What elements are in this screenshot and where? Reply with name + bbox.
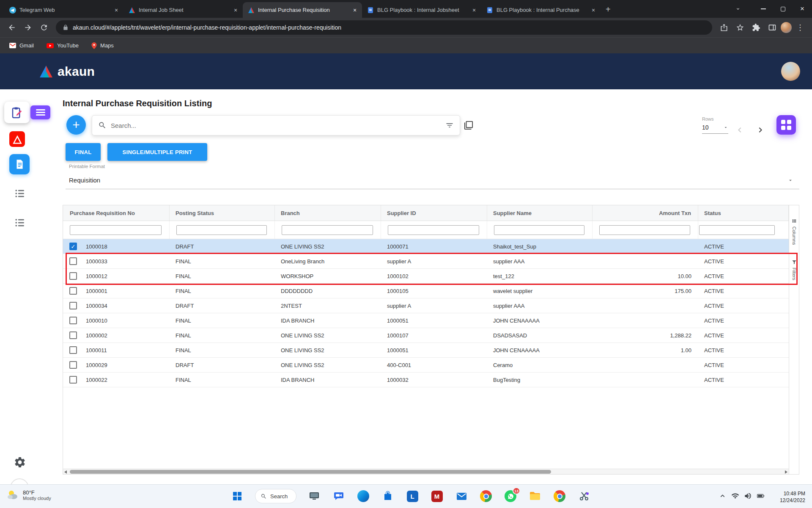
row-checkbox[interactable] [69,243,77,250]
columns-panel-toggle[interactable]: Columns [791,218,797,245]
filter-input-status[interactable] [699,225,775,235]
final-button[interactable]: FINAL [66,143,101,161]
column-header[interactable]: Branch [275,205,381,221]
filter-input-branch[interactable] [282,225,373,235]
tab-close-icon[interactable]: × [112,6,120,14]
weather-widget[interactable]: 80°F Mostly cloudy [6,488,51,502]
table-row[interactable]: 1000022 FINAL IDA BRANCH 1000032 BugTest… [63,373,789,387]
duplicate-view-icon[interactable] [464,121,473,130]
scroll-right-arrow[interactable] [785,470,787,474]
sidebar-item-pdf[interactable] [9,131,25,147]
tab-blg-playbook-jobsheet[interactable]: BLG Playbook : Internal Jobsheet × [362,2,481,18]
reload-icon[interactable] [36,20,52,35]
kebab-menu-icon[interactable]: ⋮ [793,20,808,35]
column-header[interactable]: Supplier Name [487,205,593,221]
tab-close-icon[interactable]: × [590,6,597,14]
row-checkbox[interactable] [69,331,77,339]
row-checkbox[interactable] [69,272,77,280]
rows-per-page-select[interactable]: 10 [702,122,728,134]
single-multiple-print-button[interactable]: SINGLE/MULTIPLE PRINT [107,143,207,161]
store-icon[interactable] [381,489,395,503]
start-button[interactable] [230,489,244,503]
tab-telegram-web[interactable]: Telegram Web × [4,2,123,18]
row-checkbox[interactable] [69,346,77,354]
app-m-icon[interactable]: M [430,489,444,503]
battery-icon[interactable] [757,492,765,500]
bookmark-star-icon[interactable] [732,20,748,35]
scroll-left-arrow[interactable] [64,470,67,474]
tab-search-icon[interactable] [728,0,748,18]
tab-close-icon[interactable]: × [470,6,478,14]
column-header[interactable]: Supplier ID [381,205,487,221]
mail-icon[interactable] [455,489,468,503]
filter-input-supplier-name[interactable] [494,225,584,235]
table-row[interactable]: 1000029 DRAFT ONE LIVING SS2 400-C001 Ce… [63,358,789,373]
sidebar-item-list-1[interactable] [14,188,26,199]
back-icon[interactable] [4,20,19,35]
previous-page-button[interactable] [734,124,746,136]
minimize-button[interactable] [754,0,773,18]
maximize-button[interactable] [773,0,793,18]
tab-internal-job-sheet[interactable]: Internal Job Sheet × [123,2,243,18]
edge-icon[interactable] [357,489,370,503]
search-input[interactable] [111,122,441,129]
add-requisition-button[interactable]: + [66,115,86,135]
filter-input-posting-status[interactable] [176,225,267,235]
taskbar-search[interactable]: Search [255,489,296,503]
whatsapp-icon[interactable]: 13 [504,489,517,503]
wifi-icon[interactable] [731,492,739,500]
filter-input-supplier-id[interactable] [388,225,479,235]
column-header[interactable]: Posting Status [170,205,275,221]
bookmark-youtube[interactable]: YouTube [47,42,79,49]
row-checkbox[interactable] [69,361,77,369]
table-row[interactable]: 1000010 FINAL IDA BRANCH 1000051 JOHN CE… [63,313,789,328]
chrome-icon[interactable] [479,489,493,503]
row-checkbox[interactable] [69,302,77,309]
extensions-puzzle-icon[interactable] [749,20,764,35]
grid-view-button[interactable] [776,115,796,135]
filter-list-icon[interactable] [445,121,454,130]
address-bar[interactable]: akaun.cloud/#/applets/tnt/wavelet/erp/in… [56,20,712,35]
user-avatar[interactable] [781,62,800,81]
app-l-icon[interactable]: L [406,489,419,503]
row-checkbox[interactable] [69,317,77,324]
close-window-button[interactable]: × [793,0,812,18]
share-icon[interactable] [716,20,732,35]
row-checkbox[interactable] [69,257,77,265]
browser-profile-avatar[interactable] [781,22,792,33]
side-panel-icon[interactable] [765,20,780,35]
column-header[interactable]: Purchase Requisition No [63,205,170,221]
table-row[interactable]: 1000012 FINAL WORKSHOP 1000102 test_122 … [63,269,789,284]
filter-input-amount-txn[interactable] [599,225,690,235]
table-row[interactable]: 1000002 FINAL ONE LIVING SS2 1000107 DSA… [63,328,789,343]
tab-internal-purchase-requisition[interactable]: Internal Purchase Requisition × [243,2,362,18]
table-row[interactable]: 1000001 FINAL DDDDDDDD 1000105 wavelet s… [63,284,789,298]
table-row[interactable]: 1000034 DRAFT 2NTEST supplier A supplier… [63,298,789,313]
printable-format-select[interactable]: Requisition [66,171,799,189]
applet-switcher-button[interactable] [4,102,30,123]
row-checkbox[interactable] [69,287,77,295]
chevron-up-icon[interactable] [719,492,727,500]
new-tab-button[interactable]: + [606,5,611,14]
table-row[interactable]: 1000011 FINAL ONE LIVING SS2 1000051 JOH… [63,343,789,358]
next-page-button[interactable] [754,124,766,136]
tab-blg-playbook-purchase[interactable]: BLG Playbook : Internal Purchase × [481,2,601,18]
bookmark-gmail[interactable]: Gmail [9,42,34,49]
table-row[interactable]: 1000033 FINAL OneLiving Branch supplier … [63,254,789,269]
teams-chat-icon[interactable] [332,489,346,503]
sidebar-item-list-2[interactable] [14,217,26,229]
table-row[interactable]: 1000018 DRAFT ONE LIVING SS2 1000071 Sha… [63,239,789,254]
chrome-icon-2[interactable] [553,489,566,503]
taskbar-clock[interactable]: 10:48 PM 12/24/2022 [780,490,805,504]
column-header[interactable]: Amount Txn [593,205,698,221]
taskview-monitor-icon[interactable] [307,489,321,503]
applet-menu-tab[interactable] [30,105,50,119]
filters-panel-toggle[interactable]: Filters [791,259,797,280]
volume-icon[interactable] [744,492,752,500]
snipping-tool-icon[interactable] [577,489,591,503]
tab-close-icon[interactable]: × [351,6,359,14]
file-explorer-icon[interactable] [528,489,542,503]
filter-input-pr-no[interactable] [70,225,162,235]
scrollbar-thumb[interactable] [70,470,551,474]
tab-close-icon[interactable]: × [232,6,239,14]
